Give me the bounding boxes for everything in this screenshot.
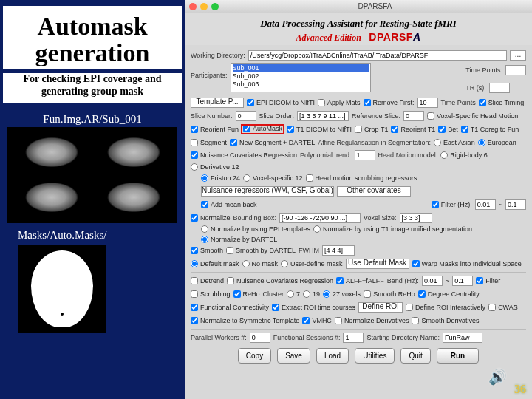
extractroi-checkbox[interactable]: Extract ROI time courses <box>272 304 355 311</box>
removefirst-checkbox[interactable]: Remove First: <box>364 99 415 106</box>
othercov-button[interactable]: Other covariates <box>337 186 411 197</box>
form-area: Working Directory: ... Participants: Sub… <box>185 45 532 368</box>
deriv-radio[interactable]: Derivative 12 <box>191 163 239 171</box>
t1nifti-checkbox[interactable]: T1 DICOM to NIfTI <box>287 126 352 133</box>
detrend-checkbox[interactable]: Detrend <box>191 277 224 284</box>
close-icon[interactable] <box>189 3 197 10</box>
scrubreg-checkbox[interactable]: Head motion scrubbing regressors <box>306 174 417 182</box>
list-item[interactable]: Sub_003 <box>233 81 369 89</box>
cropt1-checkbox[interactable]: Crop T1 <box>355 126 388 133</box>
defroi-int-checkbox[interactable]: Define ROI Interactively <box>406 304 485 311</box>
defroi-button[interactable]: Define ROI <box>358 302 403 313</box>
normsym-checkbox[interactable]: Normalize to Symmetric Template <box>191 317 299 324</box>
usermask-radio[interactable]: User-define mask <box>281 260 343 267</box>
removefirst-input[interactable] <box>417 98 438 108</box>
newseg-checkbox[interactable]: New Segment + DARTEL <box>230 139 315 146</box>
applymats-checkbox[interactable]: Apply Mats <box>318 99 361 106</box>
reho-checkbox[interactable]: ReHo <box>233 290 260 298</box>
fs-input[interactable] <box>343 332 364 343</box>
slicenum-input[interactable] <box>236 111 256 121</box>
segment-checkbox[interactable]: Segment <box>191 139 227 146</box>
eastasian-radio[interactable]: East Asian <box>434 139 475 146</box>
list-item[interactable]: Sub_001 <box>233 64 369 72</box>
wd-input[interactable] <box>248 50 507 61</box>
normderiv-checkbox[interactable]: Normalize Derivatives <box>335 317 409 324</box>
t1coreg-checkbox[interactable]: T1 Coreg to Fun <box>461 126 519 133</box>
c27-radio[interactable]: 27 voxels <box>323 290 361 298</box>
copy-button[interactable]: Copy <box>238 348 271 364</box>
save-button[interactable]: Save <box>277 348 310 364</box>
slicetiming-checkbox[interactable]: Slice Timing <box>479 99 525 106</box>
app-banner: Data Processing Assistant for Resting-St… <box>185 13 532 45</box>
normalize-checkbox[interactable]: Normalize <box>191 214 231 222</box>
quit-button[interactable]: Quit <box>400 348 430 364</box>
brain-slice <box>15 132 89 173</box>
vmhc-checkbox[interactable]: VMHC <box>302 317 332 324</box>
refslice-input[interactable] <box>403 111 424 121</box>
nuisance-checkbox[interactable]: Nuisance Covariates Regression <box>191 151 297 159</box>
slicenum-label: Slice Number: <box>191 112 233 120</box>
ncr2-checkbox[interactable]: Nuisance Covariates Regression <box>227 277 333 284</box>
slide-left-panel: Automask generation For checking EPI cov… <box>0 0 185 399</box>
minimize-icon[interactable] <box>200 3 208 10</box>
vox12-radio[interactable]: Voxel-specific 12 <box>243 174 303 182</box>
bet-checkbox[interactable]: Bet <box>438 126 458 133</box>
bb-input[interactable] <box>279 213 361 223</box>
automask-checkbox[interactable]: AutoMask <box>243 125 282 132</box>
rigid-radio[interactable]: Rigid-body 6 <box>440 151 488 159</box>
pw-input[interactable] <box>250 332 270 343</box>
run-button[interactable]: Run <box>437 348 479 364</box>
band-lo-input[interactable] <box>422 276 443 286</box>
band-hi-input[interactable] <box>452 276 473 286</box>
smooth-checkbox[interactable]: Smooth <box>191 247 223 254</box>
c7-radio[interactable]: 7 <box>287 290 300 298</box>
epi2nifti-checkbox[interactable]: EPI DICOM to NIfTI <box>247 99 315 106</box>
usedefmask-button[interactable]: Use Default Mask <box>346 259 409 269</box>
nomask-radio[interactable]: No mask <box>242 260 279 267</box>
cwas-checkbox[interactable]: CWAS <box>488 304 518 311</box>
vs-input[interactable] <box>400 213 432 223</box>
template-button[interactable]: Template P... <box>191 98 244 108</box>
zoom-icon[interactable] <box>211 3 219 10</box>
load-button[interactable]: Load <box>316 348 349 364</box>
vs-label: Voxel Size: <box>364 214 397 222</box>
fc-checkbox[interactable]: Functional Connectivity <box>191 304 269 311</box>
fwhm-input[interactable] <box>322 245 355 256</box>
poly-input[interactable] <box>355 150 375 160</box>
voxhm-checkbox[interactable]: Voxel-Specific Head Motion <box>427 112 518 120</box>
wmcsf-button[interactable]: Nuisance regressors (WM, CSF, Global) <box>201 186 334 197</box>
filter2-checkbox[interactable]: Filter <box>476 277 500 284</box>
c19-radio[interactable]: 19 <box>303 290 320 298</box>
filterhz-checkbox[interactable]: Filter (Hz): <box>432 201 472 208</box>
fs-label: Functional Sessions #: <box>273 334 341 341</box>
norm-dartel-radio[interactable]: Normalize by DARTEL <box>201 236 277 243</box>
sliceorder-input[interactable] <box>297 111 349 121</box>
tp-input[interactable] <box>505 65 526 75</box>
tr-input[interactable] <box>489 83 510 93</box>
alff-checkbox[interactable]: ALFF+fALFF <box>336 277 384 284</box>
filter-hi-input[interactable] <box>505 200 526 210</box>
norm-epi-radio[interactable]: Normalize by using EPI templates <box>201 225 310 233</box>
list-item[interactable]: Sub_002 <box>233 72 369 81</box>
wd-browse-button[interactable]: ... <box>510 50 526 61</box>
smoothderiv-checkbox[interactable]: Smooth Derivatives <box>412 317 479 324</box>
participants-list[interactable]: Sub_001 Sub_002 Sub_003 <box>231 63 371 92</box>
fwhm-label: FWHM <box>299 247 319 254</box>
utilities-button[interactable]: Utilities <box>355 348 395 364</box>
reorientt1-checkbox[interactable]: Reorient T1 <box>391 126 435 133</box>
european-radio[interactable]: European <box>478 139 516 146</box>
scrub-checkbox[interactable]: Scrubbing <box>191 290 231 298</box>
window-titlebar: DPARSFA <box>185 0 532 13</box>
smooth-dartel-checkbox[interactable]: Smooth by DARTEL <box>226 247 296 254</box>
norm-t1-radio[interactable]: Normalize by using T1 image unified segm… <box>313 225 472 233</box>
defmask-radio[interactable]: Default mask <box>191 260 239 267</box>
sd-label: Starting Directory Name: <box>366 334 440 341</box>
filter-lo-input[interactable] <box>475 200 496 210</box>
dc-checkbox[interactable]: Degree Centrality <box>418 290 480 298</box>
friston-radio[interactable]: Friston 24 <box>201 174 240 182</box>
sreho-checkbox[interactable]: Smooth ReHo <box>364 290 415 298</box>
warpmask-checkbox[interactable]: Warp Masks into Individual Space <box>412 260 522 267</box>
addmean-checkbox[interactable]: Add mean back <box>201 201 257 208</box>
sd-input[interactable] <box>443 332 482 343</box>
reorientfun-checkbox[interactable]: Reorient Fun <box>191 126 239 133</box>
